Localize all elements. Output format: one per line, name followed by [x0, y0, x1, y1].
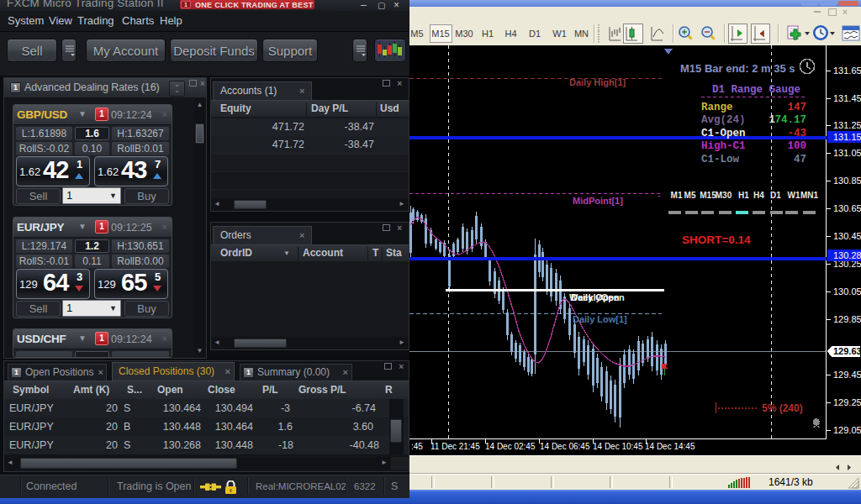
svg-text:H4: H4 [753, 191, 764, 200]
svg-text:M30: M30 [455, 29, 473, 39]
svg-text:-: - [658, 190, 661, 200]
svg-text:MidPoint[1]: MidPoint[1] [573, 196, 623, 206]
svg-text:C1-Open: C1-Open [701, 128, 746, 139]
svg-text:130.45: 130.45 [833, 231, 861, 241]
svg-text:131.45: 131.45 [833, 93, 861, 103]
svg-text:14 Dec 02:45: 14 Dec 02:45 [485, 442, 536, 451]
svg-text:130.05: 130.05 [833, 286, 861, 297]
svg-text:SHORT=0.14: SHORT=0.14 [682, 234, 751, 246]
svg-text:130.65: 130.65 [833, 203, 861, 213]
svg-text:14 Dec 10:45: 14 Dec 10:45 [593, 442, 643, 451]
svg-text:Avg(24): Avg(24) [701, 114, 746, 126]
svg-text:5% (240): 5% (240) [762, 402, 803, 414]
svg-text:131.05: 131.05 [833, 148, 861, 158]
svg-text:H1: H1 [738, 191, 749, 200]
svg-text:74.17: 74.17 [774, 114, 806, 126]
svg-text:W1: W1 [552, 29, 567, 39]
svg-text:M5: M5 [410, 29, 423, 39]
svg-text:Daily Low[1]: Daily Low[1] [573, 314, 627, 324]
svg-text:14 Dec 06:45: 14 Dec 06:45 [540, 442, 590, 451]
svg-text:High-C1: High-C1 [701, 140, 746, 152]
svg-text:W1: W1 [788, 191, 800, 200]
svg-text:D1: D1 [770, 191, 781, 200]
svg-text:129.45: 129.45 [833, 370, 861, 380]
svg-text:M15: M15 [700, 191, 716, 200]
svg-text:Daily Open: Daily Open [571, 292, 620, 302]
svg-text:131.65: 131.65 [833, 66, 861, 76]
svg-text:47: 47 [794, 154, 806, 165]
svg-text::45: :45 [411, 442, 423, 451]
svg-text:M5: M5 [684, 191, 696, 200]
svg-text:131.25: 131.25 [833, 120, 861, 130]
svg-text:14 Dec 14:45: 14 Dec 14:45 [645, 442, 695, 451]
svg-text:129.63: 129.63 [833, 346, 861, 356]
svg-text:MN1: MN1 [800, 191, 819, 200]
svg-text:D1: D1 [529, 29, 541, 39]
svg-text:129.25: 129.25 [833, 397, 861, 407]
svg-text:C1-Low: C1-Low [701, 154, 740, 165]
svg-text:Daily High[1]: Daily High[1] [569, 77, 626, 87]
svg-text:130.85: 130.85 [833, 176, 861, 186]
svg-text:D1 Range Gauge: D1 Range Gauge [712, 84, 800, 96]
svg-text:H1: H1 [482, 29, 494, 39]
svg-text:147: 147 [787, 102, 806, 113]
svg-text:11 Dec 21:45: 11 Dec 21:45 [430, 442, 480, 451]
svg-text:-43: -43 [787, 128, 806, 139]
svg-text:M15: M15 [431, 29, 449, 39]
svg-text:H4: H4 [504, 29, 516, 39]
svg-text:Range: Range [701, 102, 733, 113]
svg-text:131.15: 131.15 [833, 132, 861, 142]
svg-text:129.05: 129.05 [833, 425, 861, 435]
svg-text:M30: M30 [716, 191, 732, 200]
svg-text:130.28: 130.28 [833, 250, 861, 260]
svg-text:129.85: 129.85 [833, 314, 861, 324]
svg-text:M1: M1 [671, 191, 683, 200]
svg-text:100: 100 [787, 140, 806, 152]
svg-text:MN: MN [574, 29, 589, 39]
svg-text:M15 Bar end: 2 m 35 s: M15 Bar end: 2 m 35 s [680, 62, 795, 75]
svg-text:1: 1 [769, 114, 775, 126]
